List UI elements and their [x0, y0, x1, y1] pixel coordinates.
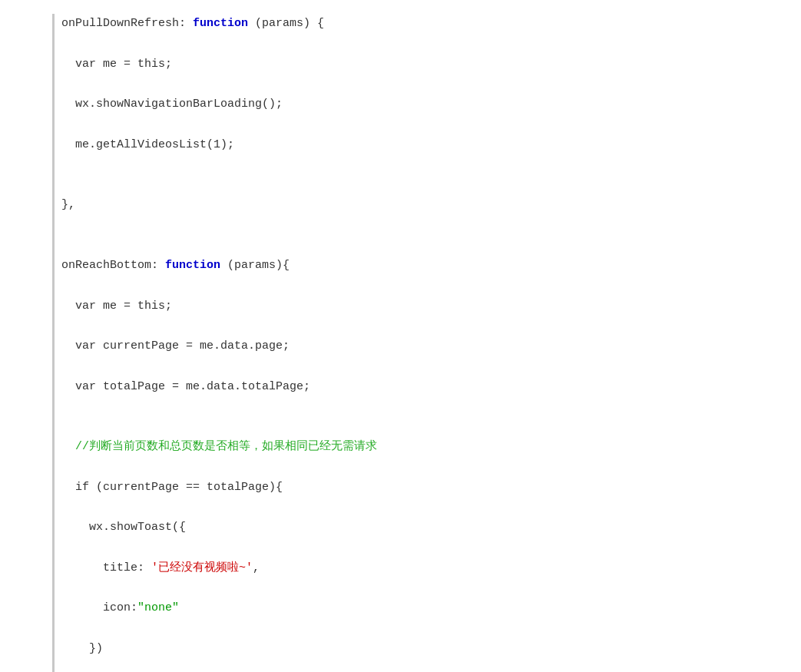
- code-text: var me = this;: [61, 58, 172, 71]
- line-14: if (currentPage == totalPage){: [61, 478, 770, 498]
- line-16: title: '已经没有视频啦~',: [61, 558, 770, 578]
- line-9: var me = this;: [61, 296, 770, 316]
- line-15: wx.showToast({: [61, 518, 770, 538]
- code-text: },: [61, 198, 75, 211]
- code-text: }): [61, 642, 103, 655]
- line-3: wx.showNavigationBarLoading();: [61, 94, 770, 114]
- left-border-bar: [52, 14, 55, 672]
- code-editor: onPullDownRefresh: function (params) { v…: [0, 0, 801, 672]
- code-text: onReachBottom:: [61, 259, 165, 272]
- code-text: var totalPage = me.data.totalPage;: [61, 380, 310, 393]
- keyword-function2: function: [165, 259, 220, 272]
- line-6: },: [61, 195, 770, 215]
- code-text: icon:: [61, 601, 137, 614]
- string-green-text: "none": [137, 601, 179, 614]
- code-text: (params) {: [248, 17, 324, 30]
- code-text: wx.showToast({: [61, 521, 186, 534]
- keyword-function: function: [193, 17, 248, 30]
- line-8: onReachBottom: function (params){: [61, 256, 770, 276]
- code-text: onPullDownRefresh:: [61, 17, 193, 30]
- line-10: var currentPage = me.data.page;: [61, 336, 770, 356]
- code-content: onPullDownRefresh: function (params) { v…: [0, 14, 770, 672]
- code-text: ,: [253, 561, 260, 574]
- line-2: var me = this;: [61, 55, 770, 74]
- code-text: me.getAllVideosList(1);: [61, 138, 234, 151]
- line-18: }): [61, 639, 770, 659]
- code-text: if (currentPage == totalPage){: [61, 481, 283, 494]
- line-4: me.getAllVideosList(1);: [61, 135, 770, 155]
- line-11: var totalPage = me.data.totalPage;: [61, 377, 770, 397]
- line-1: onPullDownRefresh: function (params) {: [61, 14, 770, 34]
- string-red-text: '已经没有视频啦~': [151, 561, 253, 574]
- code-text: wx.showNavigationBarLoading();: [61, 98, 283, 111]
- code-text: var currentPage = me.data.page;: [61, 339, 290, 353]
- code-text: title:: [61, 561, 151, 574]
- code-text: var me = this;: [61, 300, 172, 313]
- code-text: (params){: [220, 259, 290, 272]
- line-13: //判断当前页数和总页数是否相等，如果相同已经无需请求: [61, 437, 770, 457]
- line-17: icon:"none": [61, 598, 770, 618]
- comment-text: //判断当前页数和总页数是否相等，如果相同已经无需请求: [61, 440, 377, 453]
